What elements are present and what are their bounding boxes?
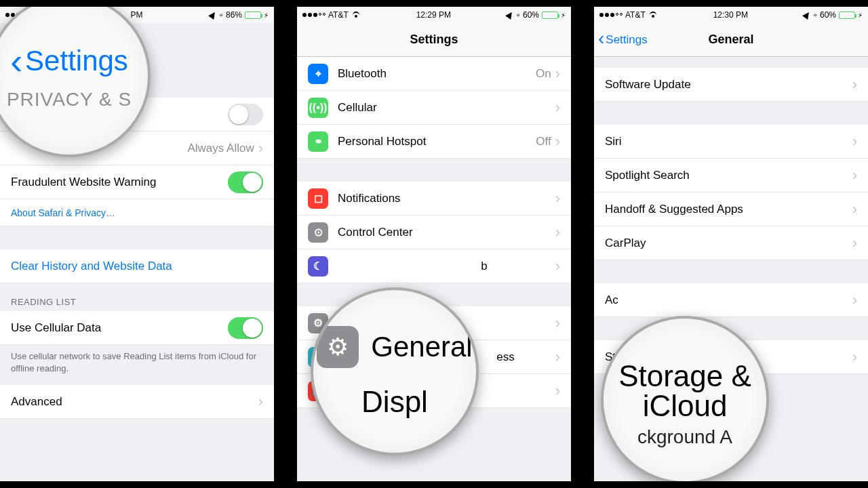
- row-label: Handoff & Suggested Apps: [605, 203, 852, 216]
- control-center-icon: ⊙: [308, 222, 328, 243]
- magnifier-general: ⚙ General Displ: [311, 287, 479, 455]
- chevron-right-icon: ›: [852, 201, 857, 218]
- panel-middle: AT&T 12:29 PM ⌖ 60% ⚡︎ Settings ⌖ Blueto…: [297, 7, 571, 481]
- charging-icon: ⚡︎: [561, 12, 566, 19]
- chevron-right-icon: ›: [852, 167, 857, 184]
- carrier-label: AT&T: [328, 10, 349, 20]
- general-row-magnified[interactable]: ⚙ General: [313, 326, 476, 368]
- bluetooth-icon: ⌖: [516, 11, 520, 20]
- status-time: 12:30 PM: [713, 10, 748, 20]
- clear-history-button[interactable]: Clear History and Website Data: [0, 249, 274, 283]
- chevron-left-icon: ‹: [598, 29, 604, 48]
- row-label: CarPlay: [605, 237, 852, 250]
- bluetooth-icon: ⌖: [308, 64, 328, 84]
- reading-list-header: READING LIST: [0, 283, 274, 311]
- toggle-switch[interactable]: [228, 171, 263, 193]
- notifications-row[interactable]: ◻︎ Notifications ›: [297, 182, 571, 216]
- row-value: On: [536, 67, 551, 81]
- software-update-row[interactable]: Software Update ›: [594, 68, 868, 102]
- cellular-row[interactable]: ((•)) Cellular ›: [297, 91, 571, 125]
- back-button[interactable]: ‹ Settings: [0, 43, 148, 79]
- row-label: Control Center: [338, 226, 555, 239]
- back-label: Settings: [606, 33, 647, 47]
- row-label: Spotlight Search: [605, 169, 852, 182]
- bluetooth-row[interactable]: ⌖ Bluetooth On ›: [297, 57, 571, 91]
- control-center-row[interactable]: ⊙ Control Center ›: [297, 216, 571, 249]
- link-label: About Safari & Privacy…: [11, 207, 263, 218]
- fraud-warning-row[interactable]: Fraudulent Website Warning: [0, 165, 274, 199]
- battery-icon: [839, 12, 855, 19]
- row-label: Advanced: [11, 395, 258, 409]
- chevron-left-icon: ‹: [10, 43, 22, 79]
- wifi-icon: [648, 12, 658, 18]
- chevron-right-icon: ›: [852, 235, 857, 252]
- battery-pct: 60%: [820, 10, 836, 20]
- chevron-right-icon: ›: [555, 99, 560, 117]
- personal-hotspot-row[interactable]: ⚭ Personal Hotspot Off ›: [297, 125, 571, 159]
- magnifier-storage: Storage & iCloud ckground A: [601, 316, 769, 481]
- row-value: Off: [536, 135, 551, 148]
- location-icon: [208, 10, 218, 20]
- charging-icon: ⚡︎: [858, 12, 863, 19]
- status-bar: AT&T 12:29 PM ⌖ 60% ⚡︎: [297, 7, 571, 23]
- row-label: Software Update: [605, 78, 852, 92]
- charging-icon: ⚡︎: [264, 12, 269, 19]
- chevron-right-icon: ›: [258, 393, 263, 411]
- back-button[interactable]: ‹ Settings: [598, 32, 648, 48]
- advanced-row[interactable]: Advanced ›: [0, 385, 274, 419]
- chevron-right-icon: ›: [852, 133, 857, 150]
- row-label-partial: b: [338, 260, 555, 273]
- bluetooth-icon: ⌖: [219, 11, 223, 20]
- row-label: Fraudulent Website Warning: [11, 176, 228, 189]
- row-label: Siri: [605, 135, 852, 148]
- spotlight-search-row[interactable]: Spotlight Search ›: [594, 159, 868, 192]
- chevron-right-icon: ›: [555, 314, 560, 332]
- privacy-header-partial: PRIVACY & S: [0, 90, 148, 109]
- battery-icon: [245, 12, 261, 19]
- nav-title: General: [708, 33, 753, 47]
- chevron-right-icon: ›: [555, 190, 560, 207]
- chevron-right-icon: ›: [852, 291, 857, 309]
- chevron-right-icon: ›: [555, 133, 560, 150]
- status-time: 12:29 PM: [416, 10, 451, 20]
- notifications-icon: ◻︎: [308, 188, 328, 209]
- handoff-row[interactable]: Handoff & Suggested Apps ›: [594, 192, 868, 226]
- reading-list-footer: Use cellular network to save Reading Lis…: [0, 345, 274, 385]
- storage-icloud-label[interactable]: Storage & iCloud: [608, 361, 762, 421]
- panel-left: AT&T PM ⌖ 86% ⚡︎ Always Allow ›: [0, 7, 274, 481]
- gear-icon: ⚙: [317, 326, 359, 368]
- signal-dots-icon: [599, 13, 623, 17]
- battery-icon: [542, 12, 558, 19]
- bluetooth-icon: ⌖: [813, 11, 817, 20]
- battery-pct: 86%: [226, 10, 242, 20]
- button-label: Clear History and Website Data: [11, 260, 263, 273]
- carplay-row[interactable]: CarPlay ›: [594, 226, 868, 260]
- about-safari-privacy-link[interactable]: About Safari & Privacy…: [0, 199, 274, 226]
- row-label: Notifications: [338, 192, 555, 205]
- use-cellular-data-row[interactable]: Use Cellular Data: [0, 311, 274, 345]
- back-label: Settings: [25, 47, 128, 75]
- hotspot-icon: ⚭: [308, 131, 328, 152]
- status-time: PM: [130, 10, 142, 20]
- chevron-right-icon: ›: [852, 76, 857, 94]
- do-not-disturb-row[interactable]: ☾ b ›: [297, 249, 571, 283]
- chevron-right-icon: ›: [555, 382, 560, 400]
- display-label-partial: Displ: [313, 387, 476, 417]
- row-label: General: [371, 333, 472, 361]
- siri-row[interactable]: Siri ›: [594, 125, 868, 159]
- toggle-switch[interactable]: [228, 317, 263, 339]
- nav-title: Settings: [410, 33, 458, 47]
- row-label: Use Cellular Data: [11, 321, 228, 335]
- chevron-right-icon: ›: [852, 348, 857, 366]
- cellular-icon: ((•)): [308, 98, 328, 118]
- row-label: Bluetooth: [338, 67, 536, 81]
- accessibility-row[interactable]: Ac ›: [594, 283, 868, 317]
- moon-icon: ☾: [308, 256, 328, 277]
- row-label: Personal Hotspot: [338, 135, 536, 148]
- chevron-right-icon: ›: [555, 348, 560, 366]
- signal-dots-icon: [302, 13, 326, 17]
- row-value: Always Allow: [187, 142, 254, 155]
- location-icon: [802, 10, 812, 20]
- toggle-switch[interactable]: [228, 104, 263, 125]
- status-bar: AT&T 12:30 PM ⌖ 60% ⚡︎: [594, 7, 868, 23]
